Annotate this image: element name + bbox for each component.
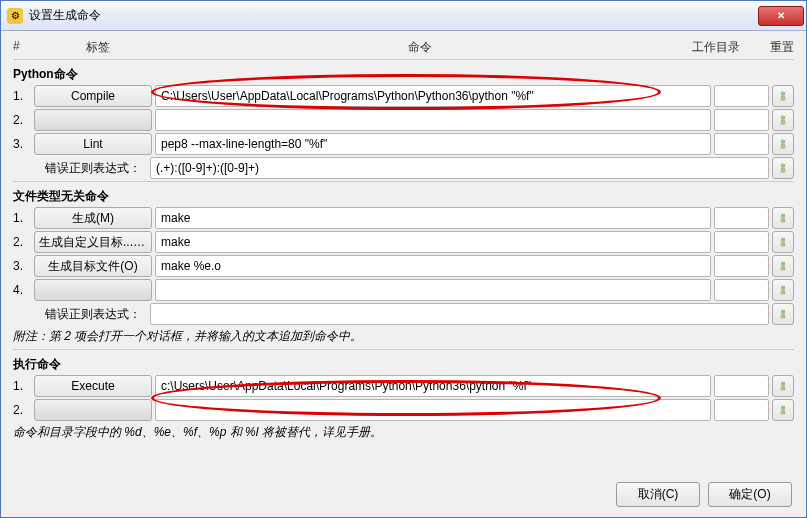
row-num: 1. [13, 211, 31, 225]
table-row: 4. [13, 279, 794, 301]
header-reset: 重置 [756, 39, 794, 56]
filetype-cmd-input-3[interactable] [155, 255, 711, 277]
svg-point-4 [781, 140, 786, 145]
execute-cmd-input-1[interactable] [155, 375, 711, 397]
execute-cmd-input-2[interactable] [155, 399, 711, 421]
svg-point-10 [781, 238, 786, 243]
table-row: 2. [13, 399, 794, 421]
reset-icon-button[interactable] [772, 231, 794, 253]
svg-point-20 [781, 406, 786, 411]
close-button[interactable]: ✕ [758, 6, 804, 26]
filetype-label-button-3[interactable]: 生成目标文件(O) [34, 255, 152, 277]
svg-point-12 [781, 262, 786, 267]
cancel-button[interactable]: 取消(C) [616, 482, 700, 507]
python-label-button-3[interactable]: Lint [34, 133, 152, 155]
table-row: 1.生成(M) [13, 207, 794, 229]
filetype-regex-input[interactable] [150, 303, 769, 325]
reset-icon-button[interactable] [772, 255, 794, 277]
filetype-regex-label: 错误正则表达式： [13, 306, 147, 323]
content-area: # 标签 命令 工作目录 重置 Python命令 1.Compile2.3.Li… [1, 31, 806, 451]
reset-icon-button[interactable] [772, 109, 794, 131]
filetype-label-button-2[interactable]: 生成自定义目标...(T) [34, 231, 152, 253]
svg-rect-1 [781, 96, 786, 101]
table-row: 3.Lint [13, 133, 794, 155]
svg-point-8 [781, 214, 786, 219]
app-icon: ⚙ [7, 8, 23, 24]
svg-rect-15 [781, 290, 786, 295]
table-row: 1.Compile [13, 85, 794, 107]
reset-icon-button[interactable] [772, 399, 794, 421]
reset-icon-button[interactable] [772, 207, 794, 229]
python-cmd-input-2[interactable] [155, 109, 711, 131]
filetype-label-button-4[interactable] [34, 279, 152, 301]
python-label-button-1[interactable]: Compile [34, 85, 152, 107]
filetype-cmd-input-1[interactable] [155, 207, 711, 229]
section-python-title: Python命令 [13, 66, 794, 83]
python-cmd-input-1[interactable] [155, 85, 711, 107]
header-cmd: 命令 [163, 39, 676, 56]
svg-rect-11 [781, 242, 786, 247]
svg-point-18 [781, 382, 786, 387]
reset-icon-button[interactable] [772, 85, 794, 107]
filetype-wd-input-4[interactable] [714, 279, 769, 301]
filetype-cmd-input-2[interactable] [155, 231, 711, 253]
row-num: 3. [13, 137, 31, 151]
reset-icon-button[interactable] [772, 133, 794, 155]
execute-wd-input-2[interactable] [714, 399, 769, 421]
python-label-button-2[interactable] [34, 109, 152, 131]
python-wd-input-3[interactable] [714, 133, 769, 155]
row-num: 1. [13, 89, 31, 103]
row-num: 2. [13, 403, 31, 417]
table-row: 2. [13, 109, 794, 131]
filetype-wd-input-1[interactable] [714, 207, 769, 229]
python-regex-label: 错误正则表达式： [13, 160, 147, 177]
reset-icon-button[interactable] [772, 303, 794, 325]
header-wd: 工作目录 [676, 39, 756, 56]
filetype-label-button-1[interactable]: 生成(M) [34, 207, 152, 229]
reset-icon-button[interactable] [772, 279, 794, 301]
python-regex-input[interactable] [150, 157, 769, 179]
svg-rect-21 [781, 410, 786, 415]
table-row: 2.生成自定义目标...(T) [13, 231, 794, 253]
svg-point-0 [781, 92, 786, 97]
execute-label-button-1[interactable]: Execute [34, 375, 152, 397]
titlebar: ⚙ 设置生成命令 ✕ [1, 1, 806, 31]
svg-rect-5 [781, 144, 786, 149]
filetype-wd-input-2[interactable] [714, 231, 769, 253]
svg-point-6 [781, 164, 786, 169]
section-filetype-title: 文件类型无关命令 [13, 188, 794, 205]
python-wd-input-1[interactable] [714, 85, 769, 107]
execute-wd-input-1[interactable] [714, 375, 769, 397]
row-num: 2. [13, 235, 31, 249]
svg-rect-17 [781, 314, 786, 319]
table-row: 3.生成目标文件(O) [13, 255, 794, 277]
reset-icon-button[interactable] [772, 375, 794, 397]
svg-point-2 [781, 116, 786, 121]
svg-rect-13 [781, 266, 786, 271]
svg-point-16 [781, 310, 786, 315]
filetype-cmd-input-4[interactable] [155, 279, 711, 301]
column-headers: # 标签 命令 工作目录 重置 [13, 39, 794, 60]
execute-note: 命令和目录字段中的 %d、%e、%f、%p 和 %l 将被替代，详见手册。 [13, 424, 794, 441]
row-num: 3. [13, 259, 31, 273]
python-cmd-input-3[interactable] [155, 133, 711, 155]
execute-label-button-2[interactable] [34, 399, 152, 421]
header-num: # [13, 39, 33, 56]
svg-rect-9 [781, 218, 786, 223]
python-wd-input-2[interactable] [714, 109, 769, 131]
row-num: 1. [13, 379, 31, 393]
section-execute-title: 执行命令 [13, 356, 794, 373]
row-num: 4. [13, 283, 31, 297]
footer-buttons: 取消(C) 确定(O) [616, 482, 792, 507]
svg-point-14 [781, 286, 786, 291]
reset-icon-button[interactable] [772, 157, 794, 179]
svg-rect-19 [781, 386, 786, 391]
ok-button[interactable]: 确定(O) [708, 482, 792, 507]
svg-rect-3 [781, 120, 786, 125]
filetype-wd-input-3[interactable] [714, 255, 769, 277]
svg-rect-7 [781, 168, 786, 173]
row-num: 2. [13, 113, 31, 127]
table-row: 1.Execute [13, 375, 794, 397]
filetype-note: 附注：第 2 项会打开一个对话框，并将输入的文本追加到命令中。 [13, 328, 794, 345]
window-title: 设置生成命令 [29, 7, 758, 24]
